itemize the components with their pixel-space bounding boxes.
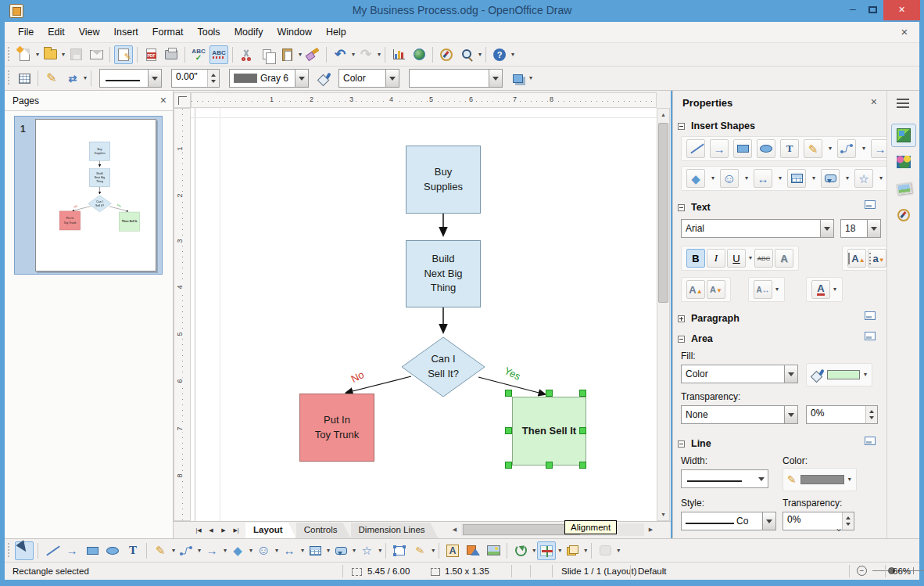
- horizontal-ruler[interactable]: 1 2 3 4 5 6 7 8: [191, 92, 657, 108]
- insert-arrow-button[interactable]: →: [710, 139, 729, 158]
- lines-arrows-button[interactable]: →: [202, 541, 221, 560]
- selection-handle[interactable]: [505, 390, 512, 397]
- font-name-select[interactable]: Arial: [681, 219, 834, 238]
- menu-window[interactable]: Window: [270, 23, 318, 41]
- horizontal-scrollbar[interactable]: ◀ ▶: [449, 523, 657, 537]
- menu-modify[interactable]: Modify: [227, 23, 270, 41]
- connector-tool-button[interactable]: [177, 541, 195, 560]
- menu-tools[interactable]: Tools: [190, 23, 227, 41]
- edit-mode-button[interactable]: [114, 45, 133, 64]
- from-file-button[interactable]: [464, 541, 482, 560]
- underline-button[interactable]: U: [727, 249, 746, 268]
- strikethrough-button[interactable]: ABC: [754, 249, 773, 268]
- selection-handle[interactable]: [579, 390, 586, 397]
- star-shapes-button[interactable]: ☆: [854, 169, 873, 188]
- insert-ellipse-button[interactable]: [757, 139, 775, 158]
- rotate-button[interactable]: [511, 541, 530, 560]
- line-section-header[interactable]: Line: [678, 438, 711, 449]
- email-button[interactable]: [87, 45, 106, 64]
- sidebar-tab-gallery[interactable]: [891, 150, 916, 174]
- sidebar-tab-styles[interactable]: [891, 177, 916, 200]
- rectangle-tool-button[interactable]: [83, 541, 102, 560]
- arrow-style-dropdown[interactable]: ▾: [84, 69, 87, 88]
- basic-shapes-button[interactable]: ◆: [686, 169, 705, 188]
- page-thumbnail[interactable]: Buy Supplies Build Next Big Thing Can I …: [35, 119, 156, 271]
- menu-file[interactable]: File: [11, 23, 41, 41]
- font-size-select[interactable]: 18: [840, 219, 881, 238]
- line-color-picker[interactable]: ✎ ▾: [783, 468, 857, 491]
- scroll-right-button[interactable]: ▶: [645, 523, 657, 536]
- arrange-button[interactable]: [563, 541, 582, 560]
- area-style-button[interactable]: [314, 69, 333, 88]
- paste-button[interactable]: [278, 45, 296, 64]
- increase-spacing-button[interactable]: A▲: [847, 249, 866, 268]
- area-section-header[interactable]: Area: [678, 333, 713, 344]
- alignment-button[interactable]: [537, 541, 556, 560]
- fill-color-picker[interactable]: ▾: [806, 363, 872, 386]
- close-document-button[interactable]: ×: [897, 25, 911, 38]
- glue-points-button[interactable]: ✎: [410, 541, 429, 560]
- line-width-select[interactable]: [681, 469, 768, 488]
- object-size[interactable]: 1.50 x 1.35: [445, 566, 489, 576]
- transparency-type-select[interactable]: None: [681, 405, 798, 424]
- character-spacing-button[interactable]: A↔: [754, 280, 772, 299]
- snap-grid-button[interactable]: [15, 69, 34, 88]
- sidebar-tab-properties[interactable]: [891, 124, 916, 147]
- redo-dropdown[interactable]: ▾: [378, 45, 381, 64]
- toolbar-overflow[interactable]: ▾: [432, 541, 435, 560]
- paste-dropdown[interactable]: ▾: [299, 45, 302, 64]
- insert-connector-button[interactable]: [837, 139, 856, 158]
- format-paintbrush-button[interactable]: [303, 45, 322, 64]
- scroll-up-button[interactable]: ▲: [657, 109, 669, 120]
- selection-handle[interactable]: [546, 462, 553, 469]
- paragraph-dialog-launcher[interactable]: [865, 311, 876, 320]
- selection-handle[interactable]: [505, 427, 512, 434]
- text-tool-button[interactable]: T: [124, 541, 142, 560]
- increase-font-button[interactable]: A▲: [686, 280, 705, 299]
- tab-controls[interactable]: Controls: [296, 523, 351, 538]
- italic-button[interactable]: I: [707, 249, 725, 268]
- selection-handle[interactable]: [505, 462, 512, 469]
- toolbar-overflow[interactable]: ▾: [529, 69, 532, 88]
- insert-curve-button[interactable]: ✎: [804, 139, 822, 158]
- zoom-percentage[interactable]: 66%: [893, 566, 911, 576]
- next-tab-button[interactable]: ▶: [217, 524, 230, 537]
- block-arrows-button[interactable]: ↔: [280, 541, 299, 560]
- tab-dimension-lines[interactable]: Dimension Lines: [351, 523, 439, 538]
- hyperlink-button[interactable]: [410, 45, 428, 64]
- collapse-icon[interactable]: [678, 123, 685, 130]
- scroll-down-button[interactable]: ▼: [657, 509, 669, 520]
- horizontal-scroll-thumb[interactable]: [463, 524, 580, 535]
- sidebar-tab-navigator[interactable]: [891, 203, 916, 227]
- redo-button[interactable]: ↷: [356, 45, 375, 64]
- cut-button[interactable]: [237, 45, 256, 64]
- export-pdf-button[interactable]: PDF: [141, 45, 160, 64]
- toolbar-overflow[interactable]: ▾: [617, 541, 620, 560]
- toolbar-grip[interactable]: [6, 70, 12, 86]
- insert-line-button[interactable]: [686, 139, 705, 158]
- symbol-shapes-button[interactable]: ☺: [254, 541, 273, 560]
- decrease-font-button[interactable]: A▼: [707, 280, 725, 299]
- star-shapes-button[interactable]: ☆: [357, 541, 376, 560]
- undo-dropdown[interactable]: ▾: [352, 45, 355, 64]
- text-section-header[interactable]: Text: [678, 202, 711, 213]
- decision-label[interactable]: Can I Sell It?: [402, 347, 485, 386]
- zoom-slider[interactable]: − +: [857, 566, 924, 577]
- curve-tool-button[interactable]: ✎: [151, 541, 170, 560]
- auto-spellcheck-button[interactable]: ABC: [210, 45, 228, 64]
- collapse-icon[interactable]: [678, 204, 685, 211]
- spellcheck-button[interactable]: ABC✓: [189, 45, 208, 64]
- line-style-select[interactable]: [99, 69, 162, 88]
- callout-shapes-button[interactable]: [821, 169, 840, 188]
- fill-color-select[interactable]: [409, 69, 503, 88]
- open-button[interactable]: [41, 45, 59, 64]
- insert-rectangle-button[interactable]: [733, 139, 752, 158]
- text-dialog-launcher[interactable]: [865, 200, 876, 209]
- fontwork-button[interactable]: A: [443, 541, 462, 560]
- copy-button[interactable]: [257, 45, 276, 64]
- block-arrows-button[interactable]: ↔: [754, 169, 772, 188]
- shadow-button[interactable]: [508, 69, 527, 88]
- insert-chart-button[interactable]: [389, 45, 408, 64]
- zoom-out-button[interactable]: −: [857, 566, 867, 576]
- selection-handle[interactable]: [579, 462, 586, 469]
